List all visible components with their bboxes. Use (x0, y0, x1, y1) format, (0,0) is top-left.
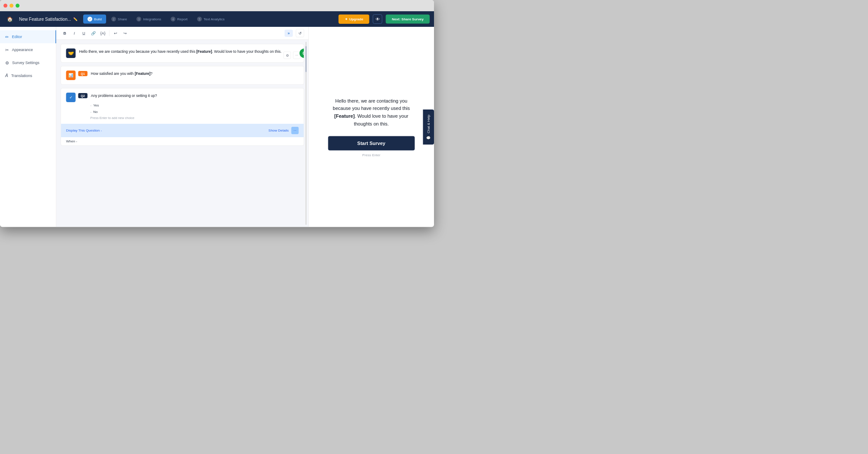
tab-analytics-label: Text Analytics (204, 17, 224, 21)
q1-label: Q1 (78, 71, 87, 76)
chat-help-label: Chat & Help (427, 115, 431, 133)
refresh-icon: ↺ (298, 31, 302, 35)
display-question-text: Display This Question - (66, 129, 102, 132)
sidebar-item-survey-settings[interactable]: ⚙ Survey Settings (0, 56, 56, 69)
tab-integrations-num: 3 (136, 17, 141, 22)
upgrade-label: Upgrade (349, 17, 363, 21)
tab-integrations[interactable]: 3 Integrations (132, 15, 165, 24)
translations-icon: A (5, 73, 8, 78)
q1-text: How satisfied are you with [Feature]? (91, 71, 152, 77)
preview-text: Hello there, we are contacting you becau… (328, 97, 415, 127)
editor-icon: ✏ (5, 34, 9, 39)
scrollbar-track[interactable] (305, 42, 307, 225)
variable-icon: {A} (100, 31, 105, 35)
italic-icon: I (74, 31, 75, 35)
tab-analytics-num: 5 (197, 17, 202, 22)
q2-text: Any problems accessing or setting it up? (91, 93, 157, 99)
editor-content: 🤝 Hello there, we are contacting you bec… (56, 40, 308, 227)
titlebar (0, 0, 434, 11)
bold-icon: B (63, 31, 66, 35)
intro-card-inner: 🤝 Hello there, we are contacting you bec… (61, 44, 304, 62)
sidebar-label-translations: Translations (11, 74, 32, 78)
minimize-button[interactable] (10, 3, 13, 7)
preview-panel: Hello there, we are contacting you becau… (308, 27, 434, 227)
choice-yes: - Yes (91, 102, 157, 109)
q2-card: ✓ Q2 Any problems accessing or setting i… (61, 88, 304, 146)
close-button[interactable] (3, 3, 7, 7)
app-container: 🏠 New Feature Satisfaction... ✏️ ✓ Build… (0, 11, 434, 227)
settings-icon: ⚙ (5, 60, 9, 65)
logic-more-button[interactable]: ··· (291, 127, 299, 134)
tab-report-num: 4 (171, 17, 175, 22)
redo-icon: ↪ (123, 31, 127, 35)
edit-icon[interactable]: ✏️ (73, 17, 78, 21)
appearance-icon: ✂ (5, 47, 9, 52)
chat-help-tab[interactable]: 💬 Chat & Help (423, 109, 434, 145)
start-survey-button[interactable]: Start Survey (328, 136, 415, 150)
intro-card: 🤝 Hello there, we are contacting you bec… (61, 44, 304, 63)
tab-build[interactable]: ✓ Build (83, 15, 106, 24)
maximize-button[interactable] (16, 3, 19, 7)
bold-button[interactable]: B (61, 29, 69, 37)
next-share-survey-button[interactable]: Next: Share Survey (386, 15, 430, 24)
mac-window: 🏠 New Feature Satisfaction... ✏️ ✓ Build… (0, 0, 434, 227)
q2-label: Q2 (78, 93, 87, 98)
sidebar-label-appearance: Appearance (12, 48, 33, 52)
tab-share-label: Share (118, 17, 127, 21)
underline-button[interactable]: U (80, 29, 88, 37)
upgrade-icon: ✦ (345, 17, 348, 21)
italic-button[interactable]: I (70, 29, 78, 37)
tab-share-num: 2 (111, 17, 116, 22)
sidebar-item-appearance[interactable]: ✂ Appearance (0, 43, 56, 56)
variable-button[interactable]: {A} (99, 29, 107, 37)
intro-settings-button[interactable]: ⚙ (284, 52, 291, 59)
show-details-button[interactable]: Show Details (269, 129, 289, 132)
redo-button[interactable]: ↪ (121, 29, 130, 37)
tab-share[interactable]: 2 Share (107, 15, 131, 24)
sidebar: ✏ Editor ✂ Appearance ⚙ Survey Settings … (0, 27, 56, 227)
intro-text: Hello there, we are contacting you becau… (79, 48, 282, 55)
intro-icon: 🤝 (66, 48, 76, 58)
next-label: Next: Share Survey (392, 17, 424, 21)
logic-more-icon: ··· (294, 129, 297, 132)
preview-button[interactable]: 👁 (373, 14, 382, 24)
link-icon: 🔗 (91, 31, 96, 35)
upgrade-button[interactable]: ✦ Upgrade (339, 14, 369, 24)
tab-text-analytics[interactable]: 5 Text Analytics (193, 15, 229, 24)
tab-report[interactable]: 4 Report (166, 15, 192, 24)
q1-icon: 📊 (66, 71, 76, 80)
intro-card-actions: ⚙ ··· (284, 52, 301, 59)
eye-icon: 👁 (376, 16, 380, 22)
tab-build-checkmark: ✓ (87, 17, 92, 22)
home-button[interactable]: 🏠 (4, 13, 16, 25)
press-enter-text: Press Enter (328, 153, 415, 157)
scrollbar-thumb[interactable] (305, 46, 307, 72)
toolbar-separator (109, 30, 110, 36)
sidebar-item-editor[interactable]: ✏ Editor (0, 30, 56, 43)
q2-card-inner: ✓ Q2 Any problems accessing or setting i… (61, 88, 304, 124)
survey-title-text: New Feature Satisfaction... (19, 16, 71, 22)
more-icon: » (288, 31, 290, 35)
choice-no-label: No (93, 110, 97, 114)
top-nav: 🏠 New Feature Satisfaction... ✏️ ✓ Build… (0, 11, 434, 27)
underline-icon: U (82, 31, 85, 35)
sidebar-label-editor: Editor (12, 35, 23, 39)
add-choice-hint: Press Enter to add new choice (91, 116, 157, 120)
q2-row: ✓ Q2 Any problems accessing or setting i… (66, 93, 299, 119)
choice-no: - No (91, 109, 157, 115)
when-text-row: When - (61, 137, 304, 145)
undo-button[interactable]: ↩ (112, 29, 120, 37)
sidebar-item-translations[interactable]: A Translations (0, 69, 56, 82)
q2-icon: ✓ (66, 93, 76, 102)
editor-area: B I U 🔗 {A} ↩ (56, 27, 308, 227)
choice-yes-label: Yes (93, 103, 99, 107)
sidebar-label-settings: Survey Settings (12, 61, 39, 65)
survey-title-container: New Feature Satisfaction... ✏️ (19, 16, 78, 22)
toolbar-more-button[interactable]: » (285, 29, 293, 37)
preview-content: Hello there, we are contacting you becau… (319, 88, 423, 165)
toolbar-refresh-button[interactable]: ↺ (296, 29, 304, 37)
editor-toolbar: B I U 🔗 {A} ↩ (56, 27, 308, 40)
tab-integrations-label: Integrations (143, 17, 161, 21)
link-button[interactable]: 🔗 (89, 29, 97, 37)
q1-card: 📊 Q1 How satisfied are you with [Feature… (61, 66, 304, 85)
